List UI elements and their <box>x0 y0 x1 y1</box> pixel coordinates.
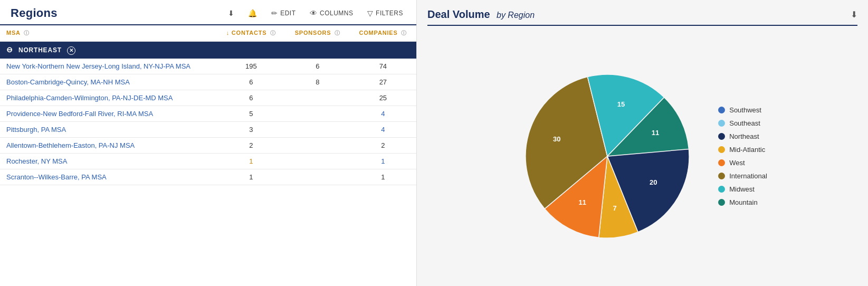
msa-cell[interactable]: Philadelphia-Camden-Wilmington, PA-NJ-DE… <box>0 90 217 106</box>
legend-dot <box>718 159 725 166</box>
legend-label: Southeast <box>729 119 760 127</box>
legend-label: International <box>729 172 767 180</box>
panel-title: Regions <box>11 6 58 20</box>
legend-dot <box>718 146 725 153</box>
table-row: Philadelphia-Camden-Wilmington, PA-NJ-DE… <box>0 90 416 106</box>
group-header-row: ⊖ NORTHEAST ✕ <box>0 42 416 59</box>
table-row: Boston-Cambridge-Quincy, MA-NH MSA 6 8 2… <box>0 74 416 90</box>
collapse-icon[interactable]: ⊖ <box>6 45 13 54</box>
col-msa[interactable]: MSA ⓘ <box>0 25 217 42</box>
chart-header: Deal Volume by Region ⬇ <box>427 8 857 26</box>
contacts-cell: 1 <box>217 169 286 185</box>
legend-dot <box>718 120 725 127</box>
table-container: MSA ⓘ ↓ CONTACTS ⓘ SPONSORS ⓘ COMPANIES … <box>0 25 416 286</box>
legend-label: Midwest <box>729 185 755 193</box>
legend-item: Mountain <box>718 198 767 206</box>
regions-table: MSA ⓘ ↓ CONTACTS ⓘ SPONSORS ⓘ COMPANIES … <box>0 25 416 185</box>
legend-label: Mountain <box>729 198 757 206</box>
msa-cell[interactable]: Scranton--Wilkes-Barre, PA MSA <box>0 169 217 185</box>
chart-subtitle: by Region <box>497 11 535 20</box>
table-row: Pittsburgh, PA MSA 3 4 <box>0 121 416 137</box>
msa-cell[interactable]: Boston-Cambridge-Quincy, MA-NH MSA <box>0 74 217 90</box>
pie-label-mid-atlantic: 7 <box>613 204 617 212</box>
toolbar: ⬇ 🔔 ✏ EDIT 👁 COLUMNS ▽ FILTERS <box>225 7 406 19</box>
pie-label-mountain: 11 <box>652 129 659 137</box>
pie-label-northeast: 20 <box>650 178 657 186</box>
col-sponsors[interactable]: SPONSORS ⓘ <box>285 25 350 42</box>
legend-item: Northeast <box>718 132 767 140</box>
msa-cell[interactable]: Pittsburgh, PA MSA <box>0 121 217 137</box>
companies-cell: 74 <box>350 59 416 74</box>
legend-item: Midwest <box>718 185 767 193</box>
contacts-cell: 195 <box>217 59 286 74</box>
legend-item: Mid-Atlantic <box>718 146 767 154</box>
companies-cell: 2 <box>350 137 416 153</box>
legend: Southwest Southeast Northeast Mid-Atlant… <box>718 106 767 206</box>
chart-title: Deal Volume <box>427 8 490 20</box>
pie-label-west: 11 <box>579 198 586 206</box>
columns-button[interactable]: 👁 COLUMNS <box>307 7 356 19</box>
companies-cell: 1 <box>350 169 416 185</box>
legend-dot <box>718 199 725 206</box>
chart-title-group: Deal Volume by Region <box>427 8 535 21</box>
sponsors-cell: 8 <box>285 74 350 90</box>
table-row: Rochester, NY MSA 1 1 <box>0 153 416 169</box>
msa-cell[interactable]: New York-Northern New Jersey-Long Island… <box>0 59 217 74</box>
contacts-info-icon: ⓘ <box>270 30 276 37</box>
legend-dot <box>718 173 725 179</box>
chart-area: 14720711301511 Southwest Southeast North… <box>427 34 857 278</box>
pie-chart: 14720711301511 <box>518 66 697 246</box>
table-row: New York-Northern New Jersey-Long Island… <box>0 59 416 74</box>
pie-label-midwest: 15 <box>617 100 625 108</box>
msa-cell[interactable]: Allentown-Bethlehem-Easton, PA-NJ MSA <box>0 137 217 153</box>
legend-item: Southwest <box>718 106 767 114</box>
edit-button[interactable]: ✏ EDIT <box>269 7 299 19</box>
sponsors-cell: 6 <box>285 59 350 74</box>
group-header-cell: ⊖ NORTHEAST ✕ <box>0 42 416 59</box>
companies-cell: 4 <box>350 106 416 121</box>
sponsors-info-icon: ⓘ <box>335 30 340 37</box>
legend-dot <box>718 186 725 193</box>
left-panel: Regions ⬇ 🔔 ✏ EDIT 👁 COLUMNS ▽ FILTERS <box>0 0 417 286</box>
companies-info-icon: ⓘ <box>401 30 407 37</box>
download-icon: ⬇ <box>228 9 235 17</box>
contacts-cell: 1 <box>217 153 286 169</box>
right-panel: Deal Volume by Region ⬇ 14720711301511 S… <box>417 0 868 286</box>
msa-cell[interactable]: Providence-New Bedford-Fall River, RI-MA… <box>0 106 217 121</box>
contacts-cell: 6 <box>217 90 286 106</box>
alert-button[interactable]: 🔔 <box>245 7 260 19</box>
legend-item: Southeast <box>718 119 767 127</box>
filters-button[interactable]: ▽ FILTERS <box>365 7 406 19</box>
table-row: Providence-New Bedford-Fall River, RI-MA… <box>0 106 416 121</box>
col-companies[interactable]: COMPANIES ⓘ <box>350 25 416 42</box>
download-button[interactable]: ⬇ <box>225 7 237 19</box>
legend-dot <box>718 133 725 140</box>
contacts-cell: 6 <box>217 74 286 90</box>
companies-cell: 4 <box>350 121 416 137</box>
companies-cell: 27 <box>350 74 416 90</box>
legend-label: Northeast <box>729 132 759 140</box>
eye-icon: 👁 <box>310 9 318 17</box>
bell-icon: 🔔 <box>248 9 257 17</box>
chart-download-icon[interactable]: ⬇ <box>851 9 857 20</box>
sponsors-cell <box>285 153 350 169</box>
sponsors-cell <box>285 121 350 137</box>
col-contacts[interactable]: ↓ CONTACTS ⓘ <box>217 25 286 42</box>
table-row: Scranton--Wilkes-Barre, PA MSA 1 1 <box>0 169 416 185</box>
pie-svg: 14720711301511 <box>518 66 697 246</box>
contacts-cell: 2 <box>217 137 286 153</box>
contacts-cell: 3 <box>217 121 286 137</box>
legend-dot <box>718 107 725 113</box>
msa-cell[interactable]: Rochester, NY MSA <box>0 153 217 169</box>
filter-icon: ▽ <box>367 9 374 17</box>
msa-info-icon: ⓘ <box>24 30 30 37</box>
edit-icon: ✏ <box>271 9 278 17</box>
legend-item: West <box>718 159 767 167</box>
companies-cell: 1 <box>350 153 416 169</box>
legend-label: Southwest <box>729 106 761 114</box>
pie-label-international: 30 <box>553 135 560 143</box>
table-row: Allentown-Bethlehem-Easton, PA-NJ MSA 2 … <box>0 137 416 153</box>
contacts-cell: 5 <box>217 106 286 121</box>
group-close-icon[interactable]: ✕ <box>67 46 75 55</box>
legend-item: International <box>718 172 767 180</box>
